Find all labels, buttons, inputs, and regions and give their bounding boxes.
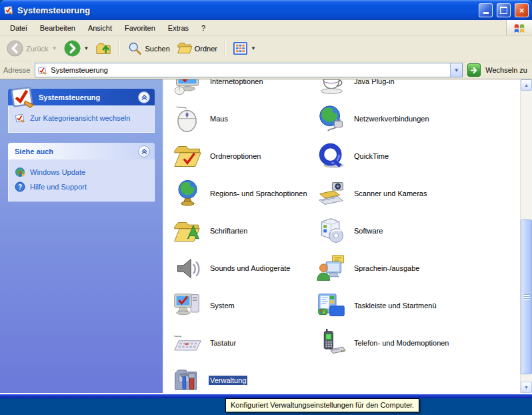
- desktop: Systemsteuerung × Datei Bearbeiten Ansic…: [0, 0, 532, 415]
- mouse-icon: [173, 104, 203, 134]
- scrollbar-thumb[interactable]: [521, 220, 532, 374]
- menu-datei[interactable]: Datei: [4, 21, 34, 35]
- phone-modem-icon: [317, 328, 347, 358]
- item-label: Tastatur: [209, 338, 237, 348]
- item-sounds-und-audiogeraete[interactable]: Sounds und Audiogeräte: [173, 250, 292, 287]
- item-telefon-und-modemoptionen[interactable]: Telefon- und Modemoptionen: [317, 324, 450, 362]
- item-taskleiste-und-startmenue[interactable]: Taskleiste und Startmenü: [317, 287, 438, 324]
- menu-ansicht[interactable]: Ansicht: [82, 21, 119, 35]
- control-panel-item-list: Internetoptionen Maus Ordneroptionen Reg…: [163, 79, 520, 393]
- scanner-camera-icon: [317, 179, 347, 209]
- menu-favoriten[interactable]: Favoriten: [119, 21, 162, 35]
- address-value: Systemsteuerung: [51, 66, 108, 74]
- item-label: Telefon- und Modemoptionen: [353, 338, 450, 348]
- forward-dropdown-icon: ▼: [84, 45, 89, 51]
- item-quicktime[interactable]: QuickTime: [317, 137, 390, 175]
- item-tastatur[interactable]: Tastatur: [173, 324, 237, 362]
- title-bar[interactable]: Systemsteuerung ×: [0, 0, 532, 20]
- panel-title: Systemsteuerung: [39, 93, 100, 101]
- item-sprachein-ausgabe[interactable]: Sprachein-/ausgabe: [317, 250, 421, 287]
- item-label: Taskleiste und Startmenü: [353, 301, 438, 310]
- back-button[interactable]: Zurück ▼: [4, 39, 60, 58]
- item-label: Ordneroptionen: [209, 151, 262, 161]
- sounds-audio-icon: [173, 254, 203, 284]
- go-label: Wechseln zu: [485, 66, 529, 74]
- fonts-icon: [173, 216, 203, 246]
- item-schriftarten[interactable]: Schriftarten: [173, 212, 249, 250]
- search-label: Suchen: [145, 45, 169, 53]
- views-button[interactable]: ▼: [231, 40, 259, 57]
- close-button[interactable]: ×: [515, 3, 529, 17]
- collapse-button[interactable]: [138, 91, 150, 103]
- software-icon: [317, 216, 347, 246]
- minimize-button[interactable]: [479, 3, 493, 17]
- item-verwaltung[interactable]: Verwaltung: [173, 362, 247, 393]
- address-input[interactable]: Systemsteuerung ▼: [35, 63, 463, 77]
- switch-to-category-view-link[interactable]: Zur Kategorieansicht wechseln: [15, 111, 151, 125]
- address-control-panel-icon: [37, 65, 47, 75]
- panel-body: Windows Update Hilfe und Support: [8, 159, 155, 201]
- menu-bar: Datei Bearbeiten Ansicht Favoriten Extra…: [0, 20, 532, 36]
- windows-flag-icon: [513, 22, 525, 34]
- close-icon: ×: [519, 6, 525, 15]
- collapse-button[interactable]: [138, 145, 150, 157]
- quicktime-icon: [317, 141, 347, 171]
- item-label: Internetoptionen: [209, 79, 265, 86]
- address-dropdown-button[interactable]: ▼: [450, 63, 462, 77]
- help-icon: [15, 181, 25, 192]
- scroll-down-button[interactable]: ▼: [521, 382, 532, 393]
- up-button[interactable]: [93, 39, 114, 58]
- item-label: QuickTime: [353, 151, 390, 161]
- menu-hilfe[interactable]: ?: [195, 21, 212, 35]
- item-internetoptionen[interactable]: Internetoptionen: [173, 79, 265, 100]
- help-support-link[interactable]: Hilfe und Support: [15, 179, 151, 194]
- folders-label: Ordner: [195, 45, 217, 53]
- explorer-window: Systemsteuerung × Datei Bearbeiten Ansic…: [0, 0, 532, 398]
- item-label: Netzwerkverbindungen: [353, 114, 431, 123]
- search-button[interactable]: Suchen: [125, 40, 172, 57]
- internet-options-icon: [173, 79, 203, 97]
- item-label: Sounds und Audiogeräte: [209, 264, 292, 273]
- item-label: Schriftarten: [209, 226, 249, 236]
- window-bottom-edge: [0, 393, 532, 398]
- back-icon: [7, 40, 23, 57]
- taskbar-startmenu-icon: [317, 291, 347, 321]
- item-netzwerkverbindungen[interactable]: Netzwerkverbindungen: [317, 100, 431, 137]
- speech-icon: [317, 254, 347, 284]
- folders-button[interactable]: Ordner: [174, 39, 220, 57]
- item-regions-und-sprachoptionen[interactable]: Regions- und Sprachoptionen: [173, 175, 309, 212]
- address-label: Adresse: [3, 66, 30, 74]
- vertical-scrollbar[interactable]: ▲ ▼: [520, 79, 532, 393]
- minimize-icon: [483, 12, 489, 14]
- item-scanner-und-kameras[interactable]: Scanner und Kameras: [317, 175, 428, 212]
- item-label: Sprachein-/ausgabe: [353, 264, 421, 273]
- forward-button[interactable]: ▼: [61, 39, 92, 58]
- region-language-icon: [173, 179, 203, 209]
- item-java-plug-in[interactable]: Java Plug-in: [317, 79, 396, 100]
- item-label: Maus: [209, 114, 229, 123]
- folders-icon: [177, 41, 192, 56]
- link-label: Windows Update: [30, 168, 85, 176]
- up-folder-icon: [95, 41, 111, 57]
- item-label: Software: [353, 226, 384, 236]
- chevron-up-icon: [141, 147, 148, 155]
- network-connections-icon: [317, 104, 347, 134]
- toolbar-separator: [119, 39, 120, 58]
- panel-siehe-auch-header[interactable]: Siehe auch: [8, 143, 155, 159]
- control-panel-icon: [9, 83, 36, 110]
- menu-extras[interactable]: Extras: [162, 21, 195, 35]
- item-system[interactable]: System: [173, 287, 236, 324]
- go-button[interactable]: [467, 63, 481, 77]
- item-maus[interactable]: Maus: [173, 100, 229, 137]
- item-label: System: [209, 301, 236, 310]
- views-dropdown-icon: ▼: [251, 45, 256, 51]
- maximize-button[interactable]: [497, 3, 511, 17]
- item-label: Scanner und Kameras: [353, 189, 428, 198]
- windows-update-link[interactable]: Windows Update: [15, 165, 151, 179]
- scroll-up-button[interactable]: ▲: [521, 79, 532, 91]
- item-software[interactable]: Software: [317, 212, 384, 250]
- item-label: Java Plug-in: [353, 79, 396, 86]
- item-ordneroptionen[interactable]: Ordneroptionen: [173, 137, 262, 175]
- menu-bearbeiten[interactable]: Bearbeiten: [34, 21, 82, 35]
- tooltip-text: Konfiguriert Verwaltungseinstellungen fü…: [231, 401, 414, 409]
